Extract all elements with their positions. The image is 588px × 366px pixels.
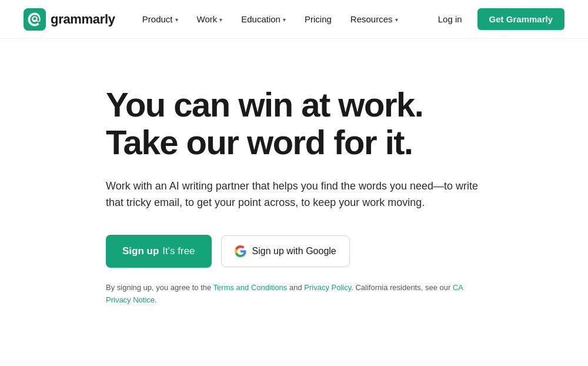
- login-button[interactable]: Log in: [430, 9, 470, 29]
- hero-subtext: Work with an AI writing partner that hel…: [106, 178, 482, 212]
- hero-section: You can win at work. Take our word for i…: [0, 39, 517, 342]
- chevron-down-icon: ▾: [395, 16, 398, 23]
- terms-link[interactable]: Terms and Conditions: [213, 283, 288, 292]
- nav-item-product[interactable]: Product ▾: [134, 9, 186, 29]
- legal-text: By signing up, you agree to the Terms an…: [106, 282, 482, 307]
- svg-rect-0: [24, 8, 46, 31]
- hero-heading: You can win at work. Take our word for i…: [106, 86, 494, 161]
- nav-item-education[interactable]: Education ▾: [233, 9, 294, 29]
- grammarly-logo-icon: [24, 8, 46, 31]
- logo-link[interactable]: grammarly: [24, 8, 115, 31]
- nav-label-pricing: Pricing: [305, 14, 332, 24]
- cta-row: Sign up It's free Sign up with Google: [106, 235, 494, 268]
- nav-label-resources: Resources: [350, 14, 393, 24]
- navbar: grammarly Product ▾ Work ▾ Education ▾ P…: [0, 0, 588, 39]
- google-signup-label: Sign up with Google: [252, 246, 336, 257]
- get-grammarly-button[interactable]: Get Grammarly: [477, 8, 564, 30]
- privacy-link[interactable]: Privacy Policy: [304, 283, 351, 292]
- nav-right: Log in Get Grammarly: [430, 8, 564, 30]
- nav-item-resources[interactable]: Resources ▾: [342, 9, 406, 29]
- nav-label-product: Product: [142, 14, 173, 24]
- chevron-down-icon: ▾: [283, 16, 286, 23]
- chevron-down-icon: ▾: [175, 16, 178, 23]
- nav-item-work[interactable]: Work ▾: [189, 9, 231, 29]
- signup-label: Sign up: [122, 245, 159, 257]
- google-icon: [235, 245, 246, 257]
- nav-item-pricing[interactable]: Pricing: [296, 9, 340, 29]
- logo-text: grammarly: [51, 12, 115, 27]
- google-signup-button[interactable]: Sign up with Google: [221, 235, 350, 267]
- signup-free-label: It's free: [162, 245, 195, 257]
- chevron-down-icon: ▾: [219, 16, 222, 23]
- signup-button[interactable]: Sign up It's free: [106, 235, 212, 268]
- nav-links: Product ▾ Work ▾ Education ▾ Pricing Res…: [134, 9, 430, 29]
- nav-label-education: Education: [241, 14, 280, 24]
- nav-label-work: Work: [197, 14, 218, 24]
